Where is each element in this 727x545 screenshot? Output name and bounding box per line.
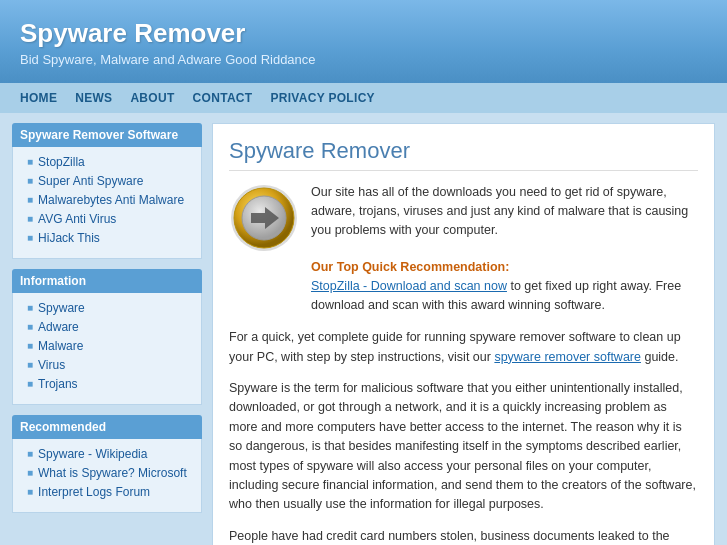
main-layout: Spyware Remover Software ■ StopZilla ■ S… [0,113,727,545]
para1: For a quick, yet complete guide for runn… [229,328,698,367]
recommendation-label: Our Top Quick Recommendation: [311,260,509,274]
sidebar-link-hijack[interactable]: ■ HiJack This [27,231,193,245]
sidebar-link-super-anti[interactable]: ■ Super Anti Spyware [27,174,193,188]
bullet-icon: ■ [27,194,33,205]
sidebar-link-microsoft[interactable]: ■ What is Spyware? Microsoft [27,466,193,480]
para2: Spyware is the term for malicious softwa… [229,379,698,515]
spyware-remover-link[interactable]: spyware remover software [494,350,641,364]
nav-about[interactable]: ABOUT [130,91,174,105]
para3: People have had credit card numbers stol… [229,527,698,545]
sidebar-link-adware[interactable]: ■ Adware [27,320,193,334]
header: Spyware Remover Bid Spyware, Malware and… [0,0,727,83]
bullet-icon: ■ [27,378,33,389]
sidebar-heading-software: Spyware Remover Software [12,123,202,147]
bullet-icon: ■ [27,359,33,370]
sidebar-link-virus[interactable]: ■ Virus [27,358,193,372]
main-content: Spyware Remover [212,123,715,545]
sidebar-link-malwarebytes[interactable]: ■ Malwarebytes Anti Malware [27,193,193,207]
bullet-icon: ■ [27,340,33,351]
bullet-icon: ■ [27,467,33,478]
sidebar-link-logs[interactable]: ■ Interpret Logs Forum [27,485,193,499]
stopzilla-link[interactable]: StopZilla - Download and scan now [311,279,507,293]
sidebar-section-recommended: Recommended ■ Spyware - Wikipedia ■ What… [12,415,202,513]
sidebar-content-recommended: ■ Spyware - Wikipedia ■ What is Spyware?… [12,439,202,513]
sidebar-link-stopzilla[interactable]: ■ StopZilla [27,155,193,169]
sidebar-section-information: Information ■ Spyware ■ Adware ■ Malware… [12,269,202,405]
nav-contact[interactable]: CONTACT [193,91,253,105]
nav-news[interactable]: NEWS [75,91,112,105]
sidebar-heading-information: Information [12,269,202,293]
intro-text-block: Our site has all of the downloads you ne… [311,183,698,314]
sidebar-link-spyware[interactable]: ■ Spyware [27,301,193,315]
bullet-icon: ■ [27,175,33,186]
bullet-icon: ■ [27,213,33,224]
bullet-icon: ■ [27,232,33,243]
content-title: Spyware Remover [229,138,698,171]
sidebar-heading-recommended: Recommended [12,415,202,439]
site-title: Spyware Remover [20,18,707,49]
nav-home[interactable]: HOME [20,91,57,105]
sidebar-link-malware[interactable]: ■ Malware [27,339,193,353]
sidebar: Spyware Remover Software ■ StopZilla ■ S… [12,123,202,545]
arrow-icon [229,183,299,253]
bullet-icon: ■ [27,302,33,313]
nav-privacy[interactable]: PRIVACY POLICY [270,91,374,105]
bullet-icon: ■ [27,321,33,332]
site-subtitle: Bid Spyware, Malware and Adware Good Rid… [20,52,707,67]
bullet-icon: ■ [27,486,33,497]
sidebar-content-software: ■ StopZilla ■ Super Anti Spyware ■ Malwa… [12,147,202,259]
sidebar-section-software: Spyware Remover Software ■ StopZilla ■ S… [12,123,202,259]
sidebar-content-information: ■ Spyware ■ Adware ■ Malware ■ Virus ■ [12,293,202,405]
bullet-icon: ■ [27,448,33,459]
sidebar-link-wikipedia[interactable]: ■ Spyware - Wikipedia [27,447,193,461]
intro-block: Our site has all of the downloads you ne… [229,183,698,314]
sidebar-link-trojans[interactable]: ■ Trojans [27,377,193,391]
bullet-icon: ■ [27,156,33,167]
navigation: HOME NEWS ABOUT CONTACT PRIVACY POLICY [0,83,727,113]
sidebar-link-avg[interactable]: ■ AVG Anti Virus [27,212,193,226]
